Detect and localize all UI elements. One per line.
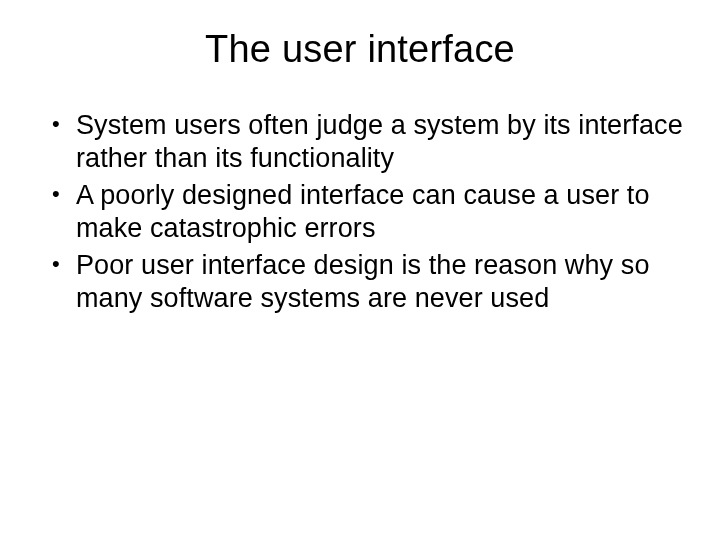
list-item: A poorly designed interface can cause a …: [48, 179, 684, 245]
list-item: System users often judge a system by its…: [48, 109, 684, 175]
slide: The user interface System users often ju…: [0, 0, 720, 540]
bullet-list: System users often judge a system by its…: [36, 109, 684, 315]
slide-title: The user interface: [36, 28, 684, 71]
list-item: Poor user interface design is the reason…: [48, 249, 684, 315]
